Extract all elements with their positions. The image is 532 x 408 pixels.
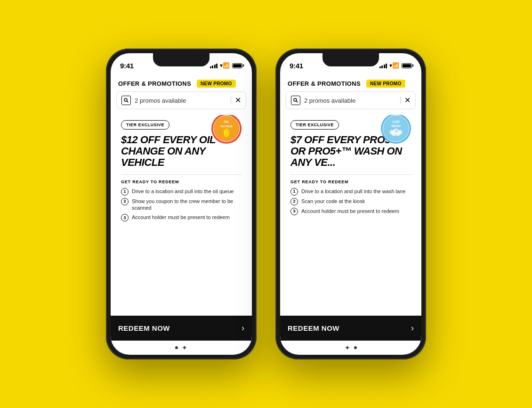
svg-text:CAR: CAR xyxy=(392,120,399,123)
svg-point-20 xyxy=(397,130,398,131)
redeem-steps-1: 1 Drive to a location and pull into the … xyxy=(121,188,242,222)
redeem-btn-arrow-1: › xyxy=(242,323,244,333)
svg-point-19 xyxy=(395,130,396,131)
offer-card-2: TIER EXCLUSIVE CAR WASH xyxy=(286,115,416,312)
pagination-dot-2 xyxy=(354,346,357,349)
search-bar-1[interactable]: 2 promos available ✕ xyxy=(116,91,246,109)
redeem-btn-2[interactable]: REDEEM NOW › xyxy=(280,316,421,341)
redeem-label-1: GET READY TO REDEEM xyxy=(121,180,242,184)
status-icons-1: ▾📶 xyxy=(210,62,243,69)
step-2-1: 1 Drive to a location and pull into the … xyxy=(290,188,411,196)
card-top-2: TIER EXCLUSIVE CAR WASH xyxy=(286,115,416,130)
pagination-2: ✦ xyxy=(280,341,421,355)
sparkle-icon-2: ✦ xyxy=(345,344,350,351)
redeem-btn-1[interactable]: REDEEM NOW › xyxy=(111,316,252,341)
step-1-3: 3 Account holder must be present to rede… xyxy=(121,214,242,221)
svg-point-7 xyxy=(225,132,226,133)
tier-badge-1: TIER EXCLUSIVE xyxy=(121,120,169,130)
status-icons-2: ▾📶 xyxy=(379,62,412,69)
search-icon-1 xyxy=(121,96,131,105)
sparkle-icon-1: ✦ xyxy=(182,344,187,351)
redeem-section-2: GET READY TO REDEEM 1 Drive to a locatio… xyxy=(286,175,416,312)
notch-2 xyxy=(322,53,379,66)
tier-badge-2: TIER EXCLUSIVE xyxy=(290,120,339,130)
search-icon-2 xyxy=(291,96,300,105)
new-promo-badge-1: NEW PROMO xyxy=(197,80,236,88)
step-2-2: 2 Scan your code at the kiosk xyxy=(290,198,411,205)
phone-screen-1: 9:41 ▾📶 OFFE xyxy=(111,53,252,355)
app-content-1: OFFER & PROMOTIONS NEW PROMO 2 promos av… xyxy=(111,74,252,355)
new-promo-badge-2: NEW PROMO xyxy=(366,80,405,88)
phone-screen-2: 9:41 ▾📶 OFFE xyxy=(280,53,421,355)
app-content-2: OFFER & PROMOTIONS NEW PROMO 2 promos av… xyxy=(280,74,421,355)
svg-line-1 xyxy=(127,101,129,103)
search-text-2: 2 promos available xyxy=(304,97,396,104)
car-wash-badge: CAR WASH xyxy=(380,115,412,145)
wifi-icon-2: ▾📶 xyxy=(389,62,399,69)
step-1-2: 2 Show you coupon to the crew member to … xyxy=(121,198,242,212)
step-2-3: 3 Account holder must be present to rede… xyxy=(290,208,411,215)
svg-text:OIL: OIL xyxy=(224,120,229,123)
app-header-1: OFFER & PROMOTIONS NEW PROMO xyxy=(111,74,252,91)
signal-icon-1 xyxy=(210,63,218,68)
offer-card-1: TIER EXCLUSIVE OIL CHANGE xyxy=(116,115,246,312)
card-top-1: TIER EXCLUSIVE OIL CHANGE xyxy=(116,115,246,130)
close-btn-2[interactable]: ✕ xyxy=(404,97,411,104)
redeem-btn-arrow-2: › xyxy=(411,323,414,333)
header-title-2: OFFER & PROMOTIONS xyxy=(288,80,361,87)
notch-1 xyxy=(153,53,210,66)
svg-point-18 xyxy=(396,132,400,136)
header-title-1: OFFER & PROMOTIONS xyxy=(118,80,191,87)
time-2: 9:41 xyxy=(290,62,303,70)
redeem-btn-text-1: REDEEM NOW xyxy=(118,324,170,332)
phone-frame-1: 9:41 ▾📶 OFFE xyxy=(106,49,257,359)
pagination-1: ✦ xyxy=(111,341,252,355)
app-header-2: OFFER & PROMOTIONS NEW PROMO xyxy=(280,74,421,91)
oil-change-badge: OIL CHANGE xyxy=(210,115,242,145)
battery-icon-2 xyxy=(402,63,412,68)
redeem-section-1: GET READY TO REDEEM 1 Drive to a locatio… xyxy=(116,175,246,312)
phone-frame-2: 9:41 ▾📶 OFFE xyxy=(275,49,426,359)
step-1-1: 1 Drive to a location and pull into the … xyxy=(121,188,242,196)
phone-1: 9:41 ▾📶 OFFE xyxy=(106,49,257,359)
svg-text:CHANGE: CHANGE xyxy=(220,125,233,128)
close-btn-1[interactable]: ✕ xyxy=(235,97,241,104)
signal-icon-2 xyxy=(379,63,387,68)
svg-text:WASH: WASH xyxy=(391,124,401,128)
redeem-steps-2: 1 Drive to a location and pull into the … xyxy=(290,188,411,215)
svg-point-17 xyxy=(392,132,396,136)
svg-line-9 xyxy=(297,101,298,103)
search-text-1: 2 promos available xyxy=(135,97,227,104)
phone-2: 9:41 ▾📶 OFFE xyxy=(275,49,426,359)
pagination-dot-1 xyxy=(175,346,178,349)
battery-icon-1 xyxy=(232,63,242,68)
wifi-icon-1: ▾📶 xyxy=(220,62,230,69)
search-bar-2[interactable]: 2 promos available ✕ xyxy=(286,91,416,109)
redeem-label-2: GET READY TO REDEEM xyxy=(290,180,411,184)
redeem-btn-text-2: REDEEM NOW xyxy=(288,324,339,332)
time-1: 9:41 xyxy=(120,62,134,70)
